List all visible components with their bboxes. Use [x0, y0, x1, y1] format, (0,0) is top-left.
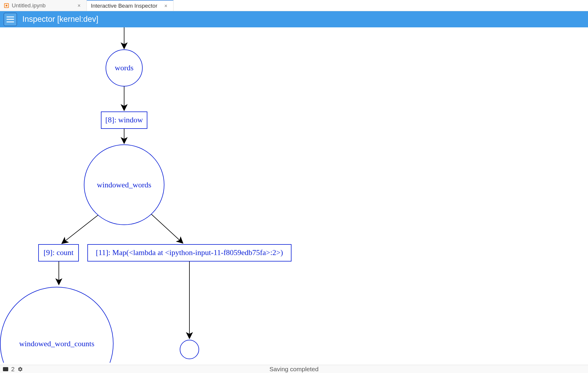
node-windowed-words[interactable]: windowed_words — [84, 145, 164, 225]
svg-point-11 — [180, 340, 199, 359]
terminal-icon[interactable] — [3, 367, 8, 371]
tab-label: Interactive Beam Inspector — [91, 3, 161, 9]
tab-beam-inspector[interactable]: Interactive Beam Inspector × — [87, 0, 174, 11]
status-message: Saving completed — [269, 366, 319, 373]
close-icon[interactable]: × — [164, 3, 168, 9]
node-count-label: [9]: count — [44, 248, 74, 257]
node-map-label: [11]: Map(<lambda at <ipython-input-11-f… — [96, 248, 283, 257]
inspector-title: Inspector [kernel:dev] — [22, 15, 98, 24]
svg-point-10 — [0, 287, 113, 363]
node-window-label: [8]: window — [105, 116, 143, 124]
node-words[interactable]: words — [106, 50, 142, 86]
node-count[interactable]: [9]: count — [39, 244, 79, 261]
inspector-header: Inspector [kernel:dev] — [0, 11, 588, 27]
notebook-icon — [4, 3, 9, 8]
settings-icon[interactable] — [18, 367, 23, 372]
node-windowed-word-counts-label: windowed_word_counts — [19, 339, 94, 348]
pipeline-graph[interactable]: words [8]: window windowed_words [9]: co… — [0, 27, 588, 360]
node-words-label: words — [115, 64, 134, 72]
tab-untitled-notebook[interactable]: Untitled.ipynb × — [0, 0, 87, 11]
node-window[interactable]: [8]: window — [101, 112, 147, 129]
hamburger-icon — [6, 16, 14, 22]
node-anonymous[interactable] — [180, 340, 199, 359]
node-windowed-words-label: windowed_words — [97, 181, 151, 189]
node-map[interactable]: [11]: Map(<lambda at <ipython-input-11-f… — [88, 244, 291, 261]
terminal-count: 2 — [11, 366, 15, 373]
tab-label: Untitled.ipynb — [12, 2, 74, 9]
tab-bar: Untitled.ipynb × Interactive Beam Inspec… — [0, 0, 588, 11]
node-windowed-word-counts[interactable]: windowed_word_counts — [0, 287, 113, 363]
hamburger-button[interactable] — [4, 13, 17, 26]
status-left: 2 — [3, 366, 23, 373]
status-bar: 2 Saving completed — [0, 365, 588, 373]
close-icon[interactable]: × — [77, 2, 81, 9]
